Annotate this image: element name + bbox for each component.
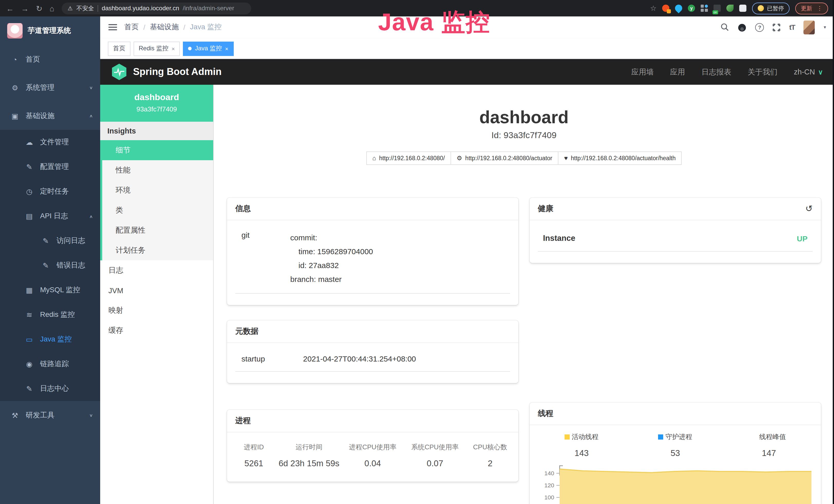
status-badge: UP [797,234,808,243]
chrome-update-button[interactable]: 更新 ⋮ [795,2,828,14]
sba-nav-applications[interactable]: 应用 [670,67,685,77]
sba-menu-details[interactable]: 细节 [102,140,213,160]
process-card-title: 进程 [235,416,251,426]
sba-menu-mappings[interactable]: 映射 [100,300,213,320]
help-icon[interactable]: ? [755,23,764,32]
extensions-puzzle-icon[interactable] [739,5,746,12]
extension-badge [667,9,671,13]
tab-java-monitor[interactable]: Java 监控 × [183,41,234,56]
sba-brand-title[interactable]: Spring Boot Admin [133,66,222,77]
health-instance-row: Instance UP [538,230,813,252]
chevron-down-icon: ∨ [818,68,823,76]
instance-id-line: Id: 93a3fc7f7409 [227,131,821,141]
sidebar-item-file-management[interactable]: ☁ 文件管理 [0,130,100,155]
divider [97,5,98,12]
grid-extension-icon[interactable] [701,5,708,12]
actuator-url-button[interactable]: ⚙ http://192.168.0.2:48080/actuator [451,152,558,165]
sba-menu-caches[interactable]: 缓存 [100,320,213,340]
sidebar-item-scheduled-tasks[interactable]: ◷ 定时任务 [0,179,100,204]
url-domain[interactable]: dashboard.yudao.iocoder.cn [102,5,179,12]
process-card: 进程 进程ID 5261 运行时间 [227,410,518,482]
user-avatar[interactable] [804,21,815,35]
yellow-swatch-icon [565,434,570,439]
instance-name: dashboard [104,92,209,103]
leaf-extension-icon[interactable] [726,5,733,12]
health-url-button[interactable]: ♥ http://192.168.0.2:48080/actuator/heal… [558,152,682,165]
monitor-icon: ▣ [10,112,20,120]
back-icon[interactable]: ← [6,4,14,12]
forward-icon[interactable]: → [21,4,29,12]
threads-card: 线程 活动线程 1 [530,403,821,504]
font-size-icon[interactable]: tT [789,23,795,31]
sidebar-item-redis-monitor[interactable]: ≋ Redis 监控 [0,302,100,327]
menu-dots-icon[interactable]: ⋮ [817,5,822,12]
fullscreen-icon[interactable] [773,24,781,31]
security-label[interactable]: 不安全 [76,4,94,12]
service-url-button[interactable]: ⌂ http://192.168.0.2:48080/ [366,152,451,165]
profile-paused-badge[interactable]: 已暂停 [752,2,790,14]
threads-card-title: 线程 [538,409,553,418]
spring-boot-admin-logo-icon [111,64,127,80]
extension-icon[interactable] [662,5,670,12]
sidebar-item-error-logs[interactable]: ✎ 错误日志 [0,253,100,278]
sba-nav-journal[interactable]: 日志报表 [701,67,731,77]
profile-emoji-icon [758,5,764,11]
sidebar-item-config-management[interactable]: ✎ 配置管理 [0,155,100,179]
sidebar-item-tracing[interactable]: ◉ 链路追踪 [0,352,100,376]
sba-menu-config-props[interactable]: 配置属性 [102,220,213,240]
sba-menu-section-insights[interactable]: Insights [100,122,213,140]
info-card: 信息 git commit: time: 1596289704000 id: 2 [227,198,518,305]
sba-nav-wallboard[interactable]: 应用墙 [631,67,654,77]
edit-icon: ✎ [25,163,34,171]
sidebar-item-infrastructure[interactable]: ▣ 基础设施 ∧ [0,102,100,130]
blue-swatch-icon [658,434,663,439]
sidebar-item-home[interactable]: ◔ 首页 [0,45,100,73]
tab-home[interactable]: 首页 [108,41,130,56]
breadcrumb-home[interactable]: 首页 [124,23,139,32]
switch-extension-icon[interactable]: on [714,5,721,12]
sba-menu-jvm[interactable]: JVM [100,280,213,300]
url-path[interactable]: /infra/admin-server [183,5,234,12]
breadcrumb-infrastructure[interactable]: 基础设施 [150,23,179,32]
sidebar-item-access-logs[interactable]: ✎ 访问日志 [0,229,100,253]
database-icon: ▦ [25,286,34,294]
sba-nav-about[interactable]: 关于我们 [748,67,777,77]
threads-area-chart: 140120100 [535,464,816,504]
sba-main-content: dashboard Id: 93a3fc7f7409 ⌂ http://192.… [214,85,834,504]
tab-redis-monitor[interactable]: Redis 监控 × [134,41,180,56]
instance-panel[interactable]: dashboard 93a3fc7f7409 [100,85,213,122]
bookmark-star-icon[interactable]: ☆ [650,4,657,12]
sidebar-item-api-logs[interactable]: ▤ API 日志 ∧ [0,204,100,229]
sidebar-item-mysql-monitor[interactable]: ▦ MySQL 监控 [0,278,100,302]
chevron-down-icon: ∨ [89,413,93,417]
history-icon[interactable]: ↺ [806,204,813,213]
pin-extension-icon[interactable] [674,3,684,13]
sidebar-item-log-center[interactable]: ✎ 日志中心 [0,376,100,401]
sidebar-item-java-monitor[interactable]: ▭ Java 监控 [0,327,100,352]
sba-menu-environment[interactable]: 环境 [102,180,213,200]
dashboard-icon: ◔ [10,55,20,63]
breadcrumb-current: Java 监控 [190,23,222,32]
home-icon[interactable]: ⌂ [49,4,54,12]
address-bar[interactable]: ⚠ 不安全 dashboard.yudao.iocoder.cn/infra/a… [61,2,251,14]
search-icon[interactable] [721,23,729,31]
edit-icon: ✎ [41,237,50,245]
close-icon[interactable]: × [172,45,175,52]
annotation-java-monitor: Java 监控 [378,6,490,39]
close-icon[interactable]: × [225,45,228,52]
instance-id: 93a3fc7f7409 [104,105,209,113]
github-icon[interactable] [738,23,747,32]
hamburger-icon[interactable] [108,24,117,30]
sba-menu-scheduled-tasks[interactable]: 计划任务 [102,240,213,260]
sidebar-item-dev-tools[interactable]: ⚒ 研发工具 ∨ [0,401,100,429]
redis-icon: ≋ [25,311,34,319]
sba-language-select[interactable]: zh-CN ∨ [794,68,823,76]
reload-icon[interactable]: ↻ [36,4,42,12]
green-extension-icon[interactable]: y [688,5,695,12]
sba-menu-classes[interactable]: 类 [102,200,213,220]
sba-menu-logs[interactable]: 日志 [100,260,213,280]
sidebar-item-system[interactable]: ⚙ 系统管理 ∨ [0,73,100,102]
log-icon: ▤ [25,212,34,220]
chevron-down-icon[interactable]: ▾ [824,25,826,30]
sba-menu-metrics[interactable]: 性能 [102,160,213,180]
